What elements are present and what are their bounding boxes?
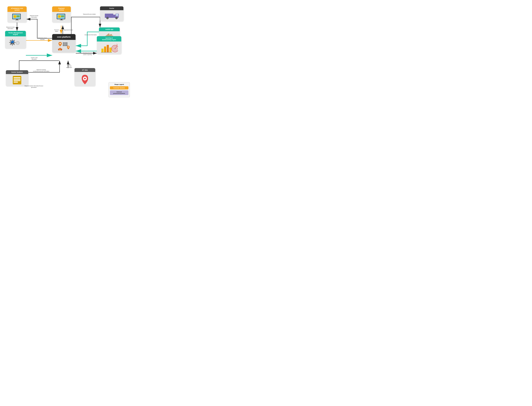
iot-label: IoT data (82, 69, 88, 71)
svg-text:$100: $100 (61, 16, 64, 17)
carrier-body (100, 10, 124, 21)
svg-rect-35 (15, 42, 15, 43)
payment-label: Paymentsystem (58, 7, 65, 11)
carrier-systems-icon (10, 75, 24, 85)
legend-customer-systems: Customer Systems (110, 86, 128, 89)
svg-point-55 (68, 46, 69, 48)
label-shipment-tender-invoice: Shipment tender information/Invoicegener… (24, 85, 43, 88)
svg-rect-23 (105, 14, 113, 18)
svg-rect-34 (12, 44, 13, 46)
svg-rect-59 (109, 48, 111, 52)
svg-rect-26 (116, 14, 118, 16)
label-shipment-tracking: Shipment trackingnumber/Accessorial info… (33, 69, 49, 72)
svg-point-28 (107, 18, 108, 19)
ecommerce-icon: $ $100 ≋ (11, 13, 23, 21)
svg-rect-58 (107, 45, 109, 52)
ecommerce-label: eCommerce core system (11, 7, 23, 11)
svg-point-43 (11, 43, 12, 44)
reporting-icon (100, 43, 118, 53)
svg-point-30 (116, 18, 117, 19)
iot-node: IoT data (74, 68, 95, 86)
label-carrier-load: Carrier-LoadAllocation (31, 57, 37, 60)
label-dashboard-reporting: Dashboard andcustom reporting (83, 52, 92, 55)
tender-icon (9, 38, 22, 47)
tender-node: Tender ManagementEngine (5, 31, 26, 49)
svg-rect-69 (14, 82, 18, 83)
payment-icon: $ $100 ≋ (56, 13, 67, 21)
label-load-tracking: LoadTrackingInformation (66, 64, 72, 68)
svg-rect-36 (9, 42, 10, 43)
tender-header: Tender ManagementEngine (5, 31, 26, 36)
svg-text:$: $ (59, 16, 60, 17)
payment-node: Paymentsystem $ $100 ≋ (52, 6, 71, 22)
svg-rect-66 (14, 77, 21, 78)
carrier-node: Carrier (100, 6, 124, 21)
svg-point-46 (16, 42, 19, 44)
tender-body (5, 36, 26, 49)
svg-rect-22 (60, 20, 63, 20)
mobile-header: mobile app (99, 28, 120, 31)
ecommerce-header: eCommerce core system (7, 6, 27, 12)
carrier-icon (104, 12, 120, 20)
reporting-label: reporting &dashboarding engine (102, 37, 116, 40)
label-shipment-tender-top: Shipment tenderInformation (30, 15, 38, 18)
diagram-container: eCommerce core system $ $100 ≋ (0, 0, 133, 102)
ecommerce-node: eCommerce core system $ $100 ≋ (7, 6, 27, 22)
svg-point-71 (84, 78, 86, 79)
label-accessorial-info: Accessorial Information (85, 34, 97, 36)
label-approved-invoice: Approved Invoice (64, 29, 73, 31)
label-shipment-tender-left: Shipment tenderInformation (6, 26, 15, 29)
carrier-label: Carrier (109, 7, 114, 9)
iot-icon (78, 73, 92, 85)
legend-title: Shape Legend (110, 84, 128, 85)
core-body (52, 40, 76, 53)
svg-rect-33 (12, 39, 13, 40)
svg-rect-67 (14, 79, 21, 80)
payment-body: $ $100 ≋ (52, 12, 71, 22)
core-label: core platform (57, 36, 71, 38)
svg-rect-56 (102, 49, 103, 52)
legend-external-systems: External processes/systems (110, 90, 128, 95)
iot-header: IoT data (74, 68, 95, 72)
svg-rect-13 (15, 20, 19, 20)
svg-rect-68 (14, 80, 21, 81)
carrier-systems-node: Carrier Systems (6, 70, 28, 86)
svg-rect-65 (13, 76, 21, 84)
core-icon (55, 42, 72, 51)
core-header: core platform (52, 34, 76, 40)
tender-label: Tender ManagementEngine (8, 32, 23, 35)
svg-rect-48 (63, 42, 68, 46)
label-shipment-unique: Shipment uniqueIdentifier (38, 37, 47, 40)
carrier-systems-label: Carrier Systems (11, 71, 23, 73)
svg-point-44 (13, 43, 14, 44)
reporting-body (97, 42, 121, 54)
carrier-header: Carrier (100, 6, 124, 10)
ecommerce-body: $ $100 ≋ (7, 12, 27, 22)
svg-rect-42 (12, 41, 14, 42)
label-shipment-invoice-details: Shipment/Invoice details (83, 13, 96, 15)
carrier-systems-body (6, 74, 28, 86)
svg-text:$: $ (15, 16, 15, 17)
svg-rect-54 (59, 49, 60, 51)
svg-point-47 (59, 43, 61, 44)
svg-text:$100: $100 (17, 16, 19, 17)
legend: Shape Legend Customer Systems External p… (109, 82, 130, 97)
core-platform-node: core platform (52, 34, 76, 53)
svg-rect-57 (104, 46, 106, 52)
payment-header: Paymentsystem (52, 6, 71, 12)
mobile-label: mobile app (105, 29, 113, 30)
iot-body (74, 72, 95, 86)
carrier-systems-header: Carrier Systems (6, 70, 28, 74)
reporting-header: reporting &dashboarding engine (97, 36, 121, 42)
label-payment-status: Paymentstatus (54, 29, 59, 32)
reporting-node: reporting &dashboarding engine (97, 36, 121, 54)
